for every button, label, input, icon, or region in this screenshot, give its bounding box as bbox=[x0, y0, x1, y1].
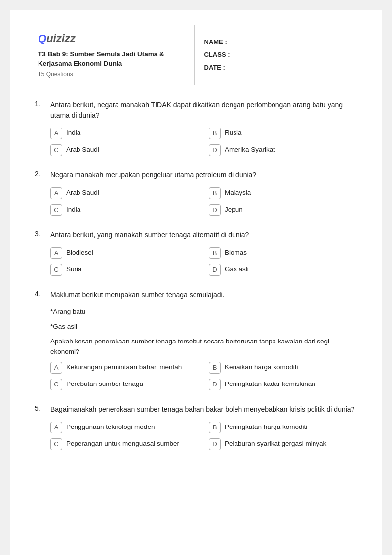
option-letter-2-c: C bbox=[50, 204, 62, 216]
option-letter-2-a: A bbox=[50, 187, 62, 199]
option-letter-1-b: B bbox=[209, 128, 221, 139]
date-field-row: DATE : bbox=[204, 63, 353, 72]
option-5-b[interactable]: BPeningkatan harga komoditi bbox=[209, 422, 357, 433]
question-number-3: 3. bbox=[35, 230, 45, 240]
question-text-3: Antara berikut, yang manakah sumber tena… bbox=[50, 230, 357, 240]
logo-q: Q bbox=[38, 32, 46, 45]
option-3-b[interactable]: BBiomas bbox=[209, 247, 357, 259]
option-2-b[interactable]: BMalaysia bbox=[209, 187, 357, 199]
option-4-b[interactable]: BKenaikan harga komoditi bbox=[209, 362, 357, 374]
class-label: CLASS : bbox=[204, 51, 232, 58]
header-left: Q uizizz T3 Bab 9: Sumber Semula Jadi Ut… bbox=[30, 25, 195, 85]
name-field-row: NAME : bbox=[204, 38, 353, 46]
question-text-2: Negara manakah merupakan pengeluar utama… bbox=[50, 170, 357, 180]
option-letter-1-c: C bbox=[50, 144, 62, 156]
question-number-4: 4. bbox=[35, 290, 45, 300]
option-letter-5-b: B bbox=[209, 422, 221, 433]
option-3-d[interactable]: DGas asli bbox=[209, 264, 357, 276]
option-letter-3-a: A bbox=[50, 247, 62, 259]
question-4: 4.Maklumat berikut merupakan sumber tena… bbox=[35, 290, 357, 390]
option-4-c[interactable]: CPerebutan sumber tenaga bbox=[50, 379, 199, 390]
question-text-5: Bagaimanakah penerokaan sumber tenaga ba… bbox=[50, 404, 357, 415]
option-text-4-c: Perebutan sumber tenaga bbox=[66, 380, 143, 389]
option-text-3-d: Gas asli bbox=[225, 265, 249, 274]
option-1-a[interactable]: AIndia bbox=[50, 128, 199, 139]
date-line bbox=[235, 63, 353, 72]
options-grid-2: AArab SaudiBMalaysiaCIndiaDJepun bbox=[50, 187, 357, 216]
class-field-row: CLASS : bbox=[204, 50, 353, 59]
option-text-2-a: Arab Saudi bbox=[66, 188, 99, 198]
logo: Q uizizz bbox=[38, 32, 186, 45]
header-right: NAME : CLASS : DATE : bbox=[195, 25, 362, 85]
option-letter-5-a: A bbox=[50, 422, 62, 433]
question-subtext-4: Apakah kesan penerokaan sumber tenaga te… bbox=[50, 337, 357, 357]
option-letter-4-b: B bbox=[209, 362, 221, 374]
option-letter-5-c: C bbox=[50, 438, 62, 450]
class-line bbox=[235, 50, 353, 59]
name-line bbox=[235, 38, 353, 46]
quiz-title: T3 Bab 9: Sumber Semula Jadi Utama & Ker… bbox=[38, 50, 186, 69]
question-text-1: Antara berikut, negara manakah TIDAK dap… bbox=[50, 100, 357, 121]
option-letter-3-d: D bbox=[209, 264, 221, 276]
option-letter-3-c: C bbox=[50, 264, 62, 276]
option-2-c[interactable]: CIndia bbox=[50, 204, 199, 216]
option-4-a[interactable]: AKekurangan permintaan bahan mentah bbox=[50, 362, 199, 374]
option-text-2-d: Jepun bbox=[225, 205, 243, 214]
question-2: 2.Negara manakah merupakan pengeluar uta… bbox=[35, 170, 357, 216]
option-5-d[interactable]: DPelaburan syarikat gergasi minyak bbox=[209, 438, 357, 450]
option-letter-1-d: D bbox=[209, 144, 221, 156]
logo-rest: uizizz bbox=[46, 32, 76, 45]
name-label: NAME : bbox=[204, 38, 232, 45]
option-text-1-d: Amerika Syarikat bbox=[225, 145, 275, 155]
question-number-2: 2. bbox=[35, 170, 45, 180]
questions-area: 1.Antara berikut, negara manakah TIDAK d… bbox=[30, 100, 362, 450]
option-text-5-d: Pelaburan syarikat gergasi minyak bbox=[225, 439, 326, 449]
header-box: Q uizizz T3 Bab 9: Sumber Semula Jadi Ut… bbox=[30, 25, 362, 85]
date-label: DATE : bbox=[204, 64, 232, 71]
option-letter-3-b: B bbox=[209, 247, 221, 259]
option-letter-2-b: B bbox=[209, 187, 221, 199]
question-number-1: 1. bbox=[35, 100, 45, 121]
option-text-4-d: Peningkatan kadar kemiskinan bbox=[225, 380, 315, 389]
option-5-a[interactable]: APenggunaan teknologi moden bbox=[50, 422, 199, 433]
option-letter-4-a: A bbox=[50, 362, 62, 374]
option-text-3-b: Biomas bbox=[225, 248, 247, 257]
option-text-1-a: India bbox=[66, 128, 80, 138]
option-text-3-c: Suria bbox=[66, 265, 82, 274]
option-text-2-c: India bbox=[66, 205, 80, 214]
option-2-d[interactable]: DJepun bbox=[209, 204, 357, 216]
question-number-5: 5. bbox=[35, 404, 45, 415]
options-grid-3: ABiodieselBBiomasCSuriaDGas asli bbox=[50, 247, 357, 276]
option-4-d[interactable]: DPeningkatan kadar kemiskinan bbox=[209, 379, 357, 390]
option-text-4-b: Kenaikan harga komoditi bbox=[225, 363, 298, 372]
option-text-5-b: Peningkatan harga komoditi bbox=[225, 423, 307, 432]
option-letter-5-d: D bbox=[209, 438, 221, 450]
option-text-3-a: Biodiesel bbox=[66, 248, 93, 257]
option-letter-2-d: D bbox=[209, 204, 221, 216]
option-1-d[interactable]: DAmerika Syarikat bbox=[209, 144, 357, 156]
option-text-1-c: Arab Saudi bbox=[66, 145, 99, 155]
option-letter-4-d: D bbox=[209, 379, 221, 390]
question-note2-4: *Gas asli bbox=[50, 322, 357, 332]
option-3-c[interactable]: CSuria bbox=[50, 264, 199, 276]
option-2-a[interactable]: AArab Saudi bbox=[50, 187, 199, 199]
question-5: 5.Bagaimanakah penerokaan sumber tenaga … bbox=[35, 404, 357, 450]
option-text-1-b: Rusia bbox=[225, 128, 242, 138]
option-3-a[interactable]: ABiodiesel bbox=[50, 247, 199, 259]
option-letter-1-a: A bbox=[50, 128, 62, 139]
options-grid-5: APenggunaan teknologi modenBPeningkatan … bbox=[50, 422, 357, 450]
option-5-c[interactable]: CPeperangan untuk menguasai sumber bbox=[50, 438, 199, 450]
page: Q uizizz T3 Bab 9: Sumber Semula Jadi Ut… bbox=[10, 10, 382, 555]
question-3: 3.Antara berikut, yang manakah sumber te… bbox=[35, 230, 357, 276]
option-text-4-a: Kekurangan permintaan bahan mentah bbox=[66, 363, 182, 372]
option-text-2-b: Malaysia bbox=[225, 188, 251, 198]
question-text-4: Maklumat berikut merupakan sumber tenaga… bbox=[50, 290, 357, 300]
option-text-5-c: Peperangan untuk menguasai sumber bbox=[66, 439, 179, 449]
option-1-b[interactable]: BRusia bbox=[209, 128, 357, 139]
quiz-subtitle: 15 Questions bbox=[38, 71, 186, 78]
options-grid-1: AIndiaBRusiaCArab SaudiDAmerika Syarikat bbox=[50, 128, 357, 156]
options-grid-4: AKekurangan permintaan bahan mentahBKena… bbox=[50, 362, 357, 390]
question-1: 1.Antara berikut, negara manakah TIDAK d… bbox=[35, 100, 357, 156]
question-note1-4: *Arang batu bbox=[50, 307, 357, 317]
option-1-c[interactable]: CArab Saudi bbox=[50, 144, 199, 156]
